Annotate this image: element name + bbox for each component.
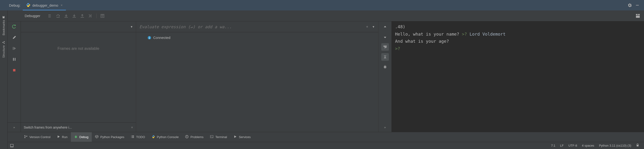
bug-icon bbox=[74, 135, 78, 139]
debug-header: Debug: debugger_demo × bbox=[0, 0, 644, 10]
svg-rect-6 bbox=[48, 14, 51, 15]
pause-icon[interactable] bbox=[11, 56, 18, 63]
modify-run-icon[interactable] bbox=[11, 34, 18, 41]
services-icon bbox=[234, 135, 237, 139]
python-icon bbox=[152, 135, 155, 139]
variables-pane: Evaluate expression (↵) or add a wa... +… bbox=[136, 21, 378, 132]
svg-rect-23 bbox=[13, 58, 14, 61]
debug-tab[interactable]: debugger_demo × bbox=[23, 0, 66, 10]
interpreter[interactable]: Python 3.11 (cs110) (3) bbox=[596, 144, 634, 147]
lock-icon[interactable] bbox=[634, 144, 642, 148]
evaluate-expression-input[interactable]: Evaluate expression (↵) or add a wa... bbox=[140, 24, 364, 29]
encoding[interactable]: UTF-8 bbox=[566, 144, 580, 147]
svg-rect-27 bbox=[149, 38, 150, 39]
list-icon bbox=[131, 135, 134, 139]
packages-icon bbox=[95, 135, 98, 139]
indent[interactable]: 4 spaces bbox=[580, 144, 596, 147]
bookmarks-tool[interactable]: Bookmarks bbox=[2, 16, 6, 35]
svg-rect-48 bbox=[637, 145, 638, 146]
svg-rect-10 bbox=[64, 17, 68, 18]
tool-tab-run[interactable]: Run bbox=[54, 132, 71, 142]
frames-empty: Frames are not available bbox=[21, 32, 136, 122]
show-execution-point-icon[interactable] bbox=[46, 12, 54, 20]
tool-tab-problems[interactable]: Problems bbox=[182, 132, 207, 142]
python-file-icon bbox=[26, 3, 30, 8]
resume-icon[interactable] bbox=[11, 45, 18, 52]
terminal-icon bbox=[210, 135, 214, 139]
play-icon bbox=[57, 135, 60, 139]
step-out-icon[interactable] bbox=[79, 12, 86, 20]
run-controls: » bbox=[8, 21, 21, 132]
close-icon[interactable]: × bbox=[61, 3, 62, 7]
svg-rect-41 bbox=[132, 137, 134, 138]
svg-rect-5 bbox=[2, 42, 3, 43]
console-prompt[interactable]: >? bbox=[395, 46, 403, 51]
expand-icon[interactable]: » bbox=[378, 122, 392, 132]
svg-rect-20 bbox=[638, 14, 640, 15]
tool-window-bar: Version ControlRunDebugPython PackagesTO… bbox=[8, 132, 644, 142]
rerun-icon[interactable] bbox=[11, 23, 18, 30]
print-icon[interactable] bbox=[381, 63, 389, 71]
svg-point-1 bbox=[29, 6, 29, 7]
svg-rect-19 bbox=[636, 14, 638, 15]
thread-dropdown[interactable]: ▼ bbox=[130, 25, 133, 28]
tool-tab-terminal[interactable]: Terminal bbox=[207, 132, 230, 142]
left-rail: Bookmarks Structure bbox=[0, 10, 8, 149]
svg-point-36 bbox=[131, 136, 132, 136]
console-pane: » .48) Hello, what is your name? >? Lord… bbox=[378, 21, 644, 132]
console-output[interactable]: .48) Hello, what is your name? >? Lord V… bbox=[392, 21, 644, 132]
console-text: Hello, what is your name? bbox=[395, 32, 462, 36]
tool-tab-version-control[interactable]: Version Control bbox=[21, 132, 54, 142]
svg-point-32 bbox=[24, 135, 25, 136]
status-bar: 7:1 LF UTF-8 4 spaces Python 3.11 (cs110… bbox=[8, 142, 644, 149]
stop-icon[interactable] bbox=[11, 67, 18, 74]
minimize-icon[interactable] bbox=[634, 2, 641, 9]
line-ending[interactable]: LF bbox=[558, 144, 566, 147]
tool-tab-services[interactable]: Services bbox=[230, 132, 254, 142]
debugger-toolbar: Debugger bbox=[8, 10, 644, 21]
svg-rect-22 bbox=[13, 47, 14, 50]
evaluate-expression-icon[interactable] bbox=[99, 12, 106, 20]
svg-rect-30 bbox=[384, 66, 386, 66]
info-icon bbox=[148, 36, 151, 40]
add-watch-icon[interactable]: + bbox=[366, 25, 368, 29]
gear-icon[interactable] bbox=[626, 2, 634, 9]
svg-rect-13 bbox=[91, 14, 91, 18]
svg-point-35 bbox=[75, 136, 77, 138]
branch-icon bbox=[24, 135, 28, 139]
step-over-icon[interactable] bbox=[54, 12, 62, 20]
debugger-tab-label[interactable]: Debugger bbox=[21, 14, 44, 18]
scroll-down-icon[interactable] bbox=[381, 33, 389, 41]
step-into-my-code-icon[interactable] bbox=[71, 12, 78, 20]
caret-position[interactable]: 7:1 bbox=[549, 144, 558, 147]
debug-label: Debug: bbox=[3, 3, 23, 7]
svg-rect-37 bbox=[132, 136, 134, 136]
svg-point-28 bbox=[149, 36, 150, 37]
svg-rect-39 bbox=[132, 136, 134, 137]
svg-rect-12 bbox=[80, 17, 84, 18]
svg-rect-21 bbox=[636, 16, 640, 18]
layout-settings-icon[interactable] bbox=[634, 12, 642, 20]
svg-rect-43 bbox=[186, 136, 187, 137]
frames-hint: Switch frames from anywhere i... × bbox=[21, 122, 136, 132]
watch-dropdown[interactable]: ▼ bbox=[372, 25, 375, 28]
warning-icon bbox=[185, 135, 188, 139]
tool-tab-python-console[interactable]: Python Console bbox=[148, 132, 182, 142]
scroll-up-icon[interactable] bbox=[381, 23, 389, 31]
svg-point-44 bbox=[186, 137, 187, 138]
tool-windows-icon[interactable] bbox=[10, 144, 20, 148]
expand-icon[interactable]: » bbox=[8, 122, 21, 132]
step-into-icon[interactable] bbox=[62, 12, 70, 20]
svg-point-40 bbox=[131, 137, 132, 138]
svg-rect-2 bbox=[636, 5, 639, 6]
tool-tab-todo[interactable]: TODO bbox=[128, 132, 148, 142]
svg-rect-3 bbox=[4, 43, 5, 44]
scroll-to-end-icon[interactable] bbox=[381, 53, 389, 61]
tool-tab-python-packages[interactable]: Python Packages bbox=[92, 132, 128, 142]
structure-tool[interactable]: Structure bbox=[2, 41, 6, 58]
run-to-cursor-icon[interactable] bbox=[87, 12, 94, 20]
close-icon[interactable]: × bbox=[131, 126, 133, 129]
soft-wrap-icon[interactable] bbox=[381, 43, 389, 51]
tool-tab-debug[interactable]: Debug bbox=[71, 132, 92, 142]
svg-rect-4 bbox=[4, 41, 5, 42]
